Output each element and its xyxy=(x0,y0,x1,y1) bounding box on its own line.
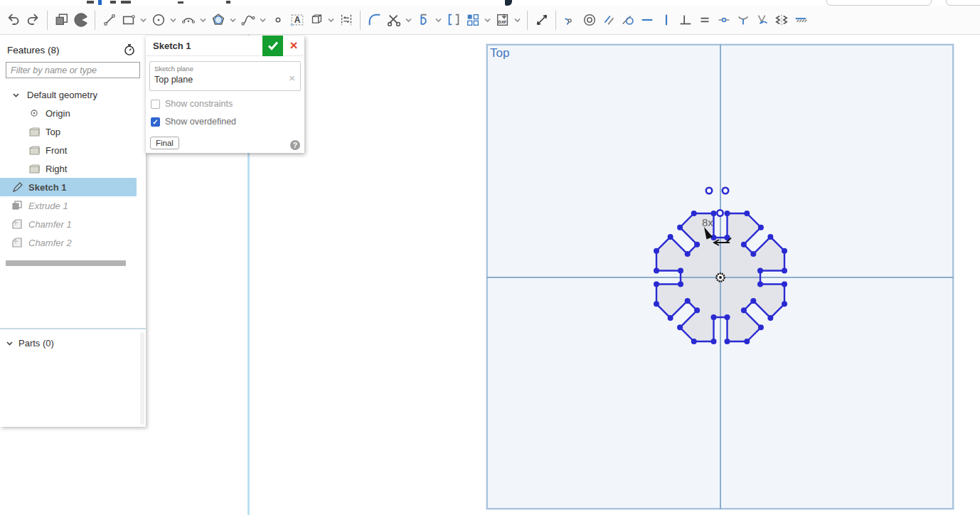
feature-item-front[interactable]: Front xyxy=(0,141,146,159)
sketch-vertex-point[interactable] xyxy=(685,298,691,304)
stopwatch-icon[interactable] xyxy=(123,43,136,56)
sketch-vertex-point[interactable] xyxy=(744,339,750,344)
sketch-circle[interactable] xyxy=(723,188,728,193)
sketch-vertex-point[interactable] xyxy=(767,315,773,321)
feature-item-sketch-1[interactable]: Sketch 1 xyxy=(0,178,137,196)
sketch-vertex-point[interactable] xyxy=(677,324,683,330)
fix-tool-icon[interactable] xyxy=(791,10,810,30)
sketch-vertex-point[interactable] xyxy=(782,301,787,307)
header-searchbox-partial[interactable] xyxy=(826,0,932,6)
feature-item-right[interactable]: Right xyxy=(0,159,146,178)
mirror-tool-icon[interactable] xyxy=(444,10,463,30)
feature-filter-input[interactable] xyxy=(6,62,140,78)
sketch-vertex-point[interactable] xyxy=(758,225,764,230)
horizontal-tool-icon[interactable] xyxy=(637,10,656,30)
sketch-vertex-point[interactable] xyxy=(782,268,787,274)
vertical-tool-icon[interactable] xyxy=(656,10,676,30)
spline-dropdown-chevron-icon[interactable] xyxy=(257,10,268,30)
rollback-bar[interactable] xyxy=(6,260,126,266)
feature-item-chamfer-2[interactable]: Chamfer 2 xyxy=(0,233,146,252)
rectangle-dropdown-chevron-icon[interactable] xyxy=(138,10,149,30)
sketch-vertex-point[interactable] xyxy=(677,225,683,230)
sketch-vertex-point[interactable] xyxy=(725,211,730,216)
sketch-vertex-point[interactable] xyxy=(694,307,700,313)
show-constraints-checkbox[interactable]: Show constraints xyxy=(151,99,304,109)
sketch-vertex-point[interactable] xyxy=(725,339,730,344)
sketch-vertex-point[interactable] xyxy=(782,282,787,287)
sketch-vertex-point[interactable] xyxy=(685,251,691,257)
sketch-vertex-point[interactable] xyxy=(757,268,763,274)
equal-tool-icon[interactable] xyxy=(695,10,714,30)
parts-section-header[interactable]: Parts (0) xyxy=(6,334,54,352)
extrude-tool-icon[interactable] xyxy=(52,10,71,30)
circle-dropdown-chevron-icon[interactable] xyxy=(168,10,179,30)
dxf-tool-icon[interactable]: DXF xyxy=(493,10,512,30)
point-tool-icon[interactable] xyxy=(268,10,287,30)
sketch-circle[interactable] xyxy=(717,210,723,216)
sketch-vertex-point[interactable] xyxy=(654,282,659,287)
sketch-vertex-point[interactable] xyxy=(757,282,763,287)
symmetric-tool-icon[interactable] xyxy=(772,10,791,30)
final-button[interactable]: Final xyxy=(150,137,179,149)
feature-item-origin[interactable]: Origin xyxy=(0,104,146,122)
redo-tool-icon[interactable] xyxy=(23,10,43,30)
trim-dropdown-chevron-icon[interactable] xyxy=(403,10,414,30)
sketch-vertex-point[interactable] xyxy=(694,242,700,248)
accept-button[interactable] xyxy=(262,36,283,56)
rectangle-tool-icon[interactable] xyxy=(119,10,138,30)
arc-dropdown-chevron-icon[interactable] xyxy=(198,10,208,30)
measure-tool-icon[interactable] xyxy=(532,10,551,30)
coincident-tool-icon[interactable] xyxy=(560,10,580,30)
sketch-vertex-point[interactable] xyxy=(668,315,673,321)
transform-tool-icon[interactable] xyxy=(414,10,433,30)
sketch-vertex-point[interactable] xyxy=(691,211,697,216)
polygon-dropdown-chevron-icon[interactable] xyxy=(228,10,238,30)
pierce-tool-icon[interactable] xyxy=(752,10,772,30)
undo-tool-icon[interactable] xyxy=(4,10,23,30)
sketch-vertex-point[interactable] xyxy=(711,211,717,216)
sketch-vertex-point[interactable] xyxy=(750,251,756,257)
revolve-tool-icon[interactable] xyxy=(71,10,90,30)
sketch-circle[interactable] xyxy=(706,188,712,193)
normal-tool-icon[interactable] xyxy=(733,10,752,30)
help-icon[interactable]: ? xyxy=(290,140,300,150)
pattern-tool-icon[interactable] xyxy=(463,10,482,30)
sketch-plane-viewport[interactable]: 8x Top xyxy=(486,44,954,509)
sketch-vertex-point[interactable] xyxy=(654,248,659,254)
sketch-vertex-point[interactable] xyxy=(758,324,764,330)
use-dropdown-chevron-icon[interactable] xyxy=(326,10,336,30)
chevron-down-icon[interactable] xyxy=(10,89,21,100)
transform-dropdown-chevron-icon[interactable] xyxy=(433,10,444,30)
trim-tool-icon[interactable] xyxy=(384,10,403,30)
clear-selection-icon[interactable]: × xyxy=(289,72,295,84)
sketch-vertex-point[interactable] xyxy=(711,235,717,240)
show-overdefined-checkbox[interactable]: ✓ Show overdefined xyxy=(151,117,304,127)
sketch-plane-field[interactable]: Sketch plane Top plane × xyxy=(149,61,301,91)
sketch-scene[interactable]: 8x xyxy=(486,44,954,509)
pattern-dropdown-chevron-icon[interactable] xyxy=(482,10,493,30)
perpendicular-tool-icon[interactable] xyxy=(676,10,695,30)
sketch-vertex-point[interactable] xyxy=(741,307,747,313)
sketch-vertex-point[interactable] xyxy=(678,268,683,274)
sketch-vertex-point[interactable] xyxy=(668,234,673,240)
tangent-tool-icon[interactable] xyxy=(618,10,637,30)
sketch-vertex-point[interactable] xyxy=(691,339,697,344)
dxf-dropdown-chevron-icon[interactable] xyxy=(512,10,523,30)
sketch-vertex-point[interactable] xyxy=(750,298,756,304)
line-tool-icon[interactable] xyxy=(100,10,119,30)
feature-item-extrude-1[interactable]: Extrude 1 xyxy=(0,196,146,215)
sketch-vertex-point[interactable] xyxy=(725,314,730,320)
sketch-vertex-point[interactable] xyxy=(711,339,717,344)
midpoint-tool-icon[interactable] xyxy=(714,10,733,30)
parallel-tool-icon[interactable] xyxy=(599,10,618,30)
scrollbar-track[interactable] xyxy=(140,332,144,425)
feature-item-chamfer-1[interactable]: Chamfer 1 xyxy=(0,215,146,233)
concentric-tool-icon[interactable] xyxy=(580,10,599,30)
polygon-tool-icon[interactable] xyxy=(208,10,228,30)
cancel-button[interactable]: × xyxy=(283,36,304,56)
sketch-vertex-point[interactable] xyxy=(741,242,747,248)
header-button-partial[interactable] xyxy=(946,0,980,6)
sketch-vertex-point[interactable] xyxy=(711,314,717,320)
sketch-vertex-point[interactable] xyxy=(654,301,659,307)
sketch-vertex-point[interactable] xyxy=(654,268,659,274)
